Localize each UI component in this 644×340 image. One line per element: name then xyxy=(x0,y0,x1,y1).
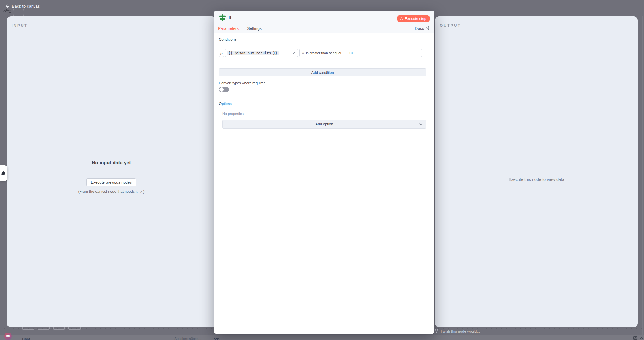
execute-previous-nodes-button[interactable]: Execute previous nodes xyxy=(86,178,136,186)
execute-step-label: Execute step xyxy=(405,16,426,21)
chevron-down-icon xyxy=(419,123,423,126)
modal-header: If Execute step Parameters Settings Docs xyxy=(214,11,434,33)
logs-tab-label[interactable]: Logs xyxy=(212,337,219,340)
convert-types-toggle[interactable] xyxy=(219,87,229,92)
node-settings-modal: If Execute step Parameters Settings Docs xyxy=(214,11,434,334)
condition-row: fx {{ $json.num_results }} # is greater … xyxy=(219,49,432,57)
back-to-canvas-button[interactable]: Back to canvas xyxy=(5,4,40,9)
number-type-icon: # xyxy=(302,51,304,55)
external-link-icon xyxy=(426,26,429,30)
chat-tab-label[interactable]: Chat xyxy=(22,337,30,340)
input-panel-title: INPUT xyxy=(12,23,28,28)
input-panel: INPUT No input data yet Execute previous… xyxy=(7,16,216,327)
options-empty-text: No properties xyxy=(222,112,432,116)
node-title: If xyxy=(229,15,231,20)
tab-settings[interactable]: Settings xyxy=(243,24,266,33)
session-id-label: Session: a9cbc... xyxy=(174,337,201,340)
assistant-icon xyxy=(1,171,6,176)
condition-right-operand-input[interactable]: 10 xyxy=(346,49,422,57)
condition-left-operand-input[interactable]: {{ $json.num_results }} xyxy=(225,49,298,57)
input-empty-title: No input data yet xyxy=(7,160,216,166)
user-avatar[interactable]: MM xyxy=(4,333,12,340)
flask-icon xyxy=(400,17,403,20)
parameters-panel: Conditions fx {{ $json.num_results }} # … xyxy=(214,33,434,129)
convert-types-label: Convert types where required xyxy=(219,81,432,85)
modal-tabs: Parameters Settings Docs xyxy=(214,24,434,33)
operator-select[interactable]: # is greater than or equal xyxy=(300,49,346,57)
input-empty-caption: (From the earliest node that needs it?) xyxy=(7,189,216,194)
tab-parameters[interactable]: Parameters xyxy=(214,24,243,33)
output-empty-text: Execute this node to view data xyxy=(435,177,638,182)
chevron-up-icon[interactable] xyxy=(640,337,643,339)
add-option-select[interactable]: Add option xyxy=(222,120,426,129)
docs-link[interactable]: Docs xyxy=(415,24,429,33)
popout-icon[interactable] xyxy=(633,336,637,340)
node-feedback-input[interactable]: I wish this node would... xyxy=(435,329,480,333)
options-section-label: Options xyxy=(219,102,432,107)
node-feedback-placeholder: I wish this node would... xyxy=(441,329,480,333)
operator-label: is greater than or equal xyxy=(306,51,341,55)
logs-bar-divider xyxy=(207,335,207,340)
expression-text: {{ $json.num_results }} xyxy=(227,51,279,55)
logs-bar-dimmed xyxy=(0,335,644,340)
canvas-edge-line xyxy=(642,16,643,340)
add-option-label: Add option xyxy=(315,122,333,126)
help-icon[interactable]: ? xyxy=(139,191,142,194)
condition-operator-value: # is greater than or equal 10 xyxy=(299,49,422,57)
arrow-left-icon xyxy=(5,4,9,9)
assistant-side-tab[interactable] xyxy=(0,165,7,181)
lightbulb-icon xyxy=(435,329,438,333)
output-panel-title: OUTPUT xyxy=(440,23,461,28)
execute-step-button[interactable]: Execute step xyxy=(397,15,430,22)
toggle-knob xyxy=(219,87,224,92)
n8n-node-detail-view: Back to canvas INPUT No input data yet E… xyxy=(0,0,644,340)
back-to-canvas-label: Back to canvas xyxy=(12,4,40,9)
conditions-section-label: Conditions xyxy=(219,37,432,43)
canvas-node-ghost xyxy=(13,9,24,16)
output-panel: OUTPUT Execute this node to view data xyxy=(435,16,638,327)
if-node-icon xyxy=(219,14,226,21)
expand-expression-icon[interactable] xyxy=(292,51,296,55)
add-condition-button[interactable]: Add condition xyxy=(219,68,426,76)
docs-label: Docs xyxy=(415,26,424,31)
expression-fx-button[interactable]: fx xyxy=(219,49,224,57)
